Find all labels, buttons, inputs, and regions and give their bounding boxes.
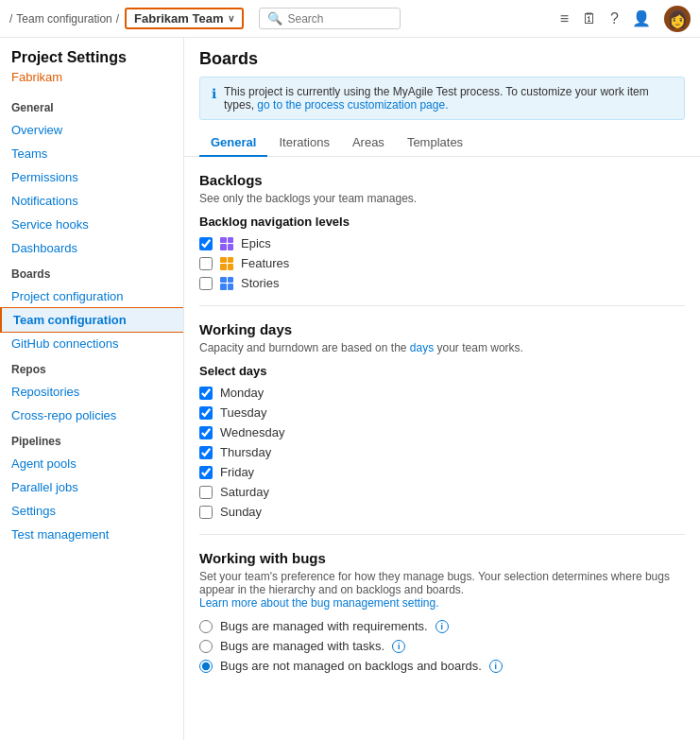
sidebar-section-repos: Repos [0,355,183,380]
day-saturday: Saturday [199,485,685,499]
sidebar-item-repositories[interactable]: Repositories [0,380,183,404]
bugs-desc: Set your team's preference for how they … [199,570,685,610]
sidebar-section-boards: Boards [0,260,183,284]
backlog-nav-levels-title: Backlog navigation levels [199,215,685,229]
info-not-managed-icon[interactable]: i [489,660,503,673]
learn-more-link[interactable]: Learn more about the bug management sett… [199,596,439,610]
day-friday: Friday [199,465,685,479]
day-thursday: Thursday [199,445,685,459]
working-days-desc: Capacity and burndown are based on the d… [199,341,685,354]
monday-label: Monday [220,386,264,400]
info-banner: ℹ This project is currently using the My… [199,77,685,120]
sidebar-item-overview[interactable]: Overview [0,118,183,142]
bugs-section: Working with bugs Set your team's prefer… [199,550,685,673]
tuesday-label: Tuesday [220,405,266,420]
sidebar-project[interactable]: Fabrikam [0,70,183,94]
features-label: Features [241,256,289,270]
nav-icons: ≡ 🗓 ? 👤 👩 [560,6,691,32]
day-sunday: Sunday [199,505,685,519]
sidebar-section-general: General [0,94,183,118]
sidebar: Project Settings Fabrikam General Overvi… [0,38,184,740]
sidebar-section-pipelines: Pipelines [0,427,183,452]
thursday-label: Thursday [220,445,271,459]
avatar[interactable]: 👩 [664,6,691,32]
sidebar-item-settings[interactable]: Settings [0,499,183,523]
search-box[interactable]: 🔍 [259,8,401,29]
sidebar-item-permissions[interactable]: Permissions [0,165,183,189]
epics-icon [220,237,233,250]
bugs-not-managed-label: Bugs are not managed on backlogs and boa… [220,659,482,673]
sidebar-item-service-hooks[interactable]: Service hooks [0,213,183,236]
checkbox-sunday[interactable] [199,506,213,519]
boards-title: Boards [199,49,685,69]
sidebar-item-github-connections[interactable]: GitHub connections [0,332,183,355]
sidebar-item-project-configuration[interactable]: Project configuration [0,284,183,308]
working-days-title: Working days [199,321,685,337]
day-tuesday: Tuesday [199,405,685,420]
breadcrumb: / Team configuration / [9,12,119,26]
wednesday-label: Wednesday [220,425,284,439]
calendar-icon[interactable]: 🗓 [582,10,597,27]
checkbox-tuesday[interactable] [199,406,213,420]
features-icon [220,257,233,270]
divider-2 [199,534,685,535]
days-link[interactable]: days [410,341,434,354]
info-tasks-icon[interactable]: i [392,640,405,653]
backlog-item-stories: Stories [199,276,685,290]
sidebar-item-dashboards[interactable]: Dashboards [0,236,183,260]
main-layout: Project Settings Fabrikam General Overvi… [0,38,700,740]
backlogs-desc: See only the backlogs your team manages. [199,192,685,205]
sidebar-title: Project Settings [0,49,183,70]
info-icon: ℹ [212,86,216,101]
checkbox-saturday[interactable] [199,486,213,499]
tab-areas[interactable]: Areas [341,129,396,157]
working-days-section: Working days Capacity and burndown are b… [199,321,685,519]
saturday-label: Saturday [220,485,269,499]
sidebar-item-parallel-jobs[interactable]: Parallel jobs [0,475,183,499]
team-selector[interactable]: Fabrikam Team ∨ [125,8,243,29]
backlog-item-epics: Epics [199,236,685,250]
checkbox-monday[interactable] [199,387,213,400]
day-wednesday: Wednesday [199,425,685,439]
sidebar-item-team-configuration[interactable]: Team configuration [0,308,183,332]
tab-templates[interactable]: Templates [396,129,474,157]
stories-label: Stories [241,276,279,290]
sidebar-item-notifications[interactable]: Notifications [0,189,183,213]
process-customization-link[interactable]: go to the process customization page. [257,98,448,112]
radio-bugs-not-managed[interactable] [199,660,213,673]
stories-icon [220,277,233,290]
checkbox-features[interactable] [199,257,213,270]
chevron-down-icon: ∨ [228,13,234,24]
tab-iterations[interactable]: Iterations [267,129,340,157]
breadcrumb-sep2: / [116,12,119,26]
search-input[interactable] [288,12,392,26]
person-icon[interactable]: 👤 [632,9,651,27]
checkbox-wednesday[interactable] [199,426,213,439]
sidebar-item-test-management[interactable]: Test management [0,523,183,546]
checkbox-stories[interactable] [199,277,213,290]
backlogs-title: Backlogs [199,172,685,188]
checkbox-epics[interactable] [199,237,213,250]
top-navigation: / Team configuration / Fabrikam Team ∨ 🔍… [0,0,700,38]
bugs-option-tasks: Bugs are managed with tasks. i [199,639,685,653]
boards-header: Boards ℹ This project is currently using… [184,38,700,120]
checkbox-thursday[interactable] [199,446,213,459]
radio-bugs-requirements[interactable] [199,620,213,633]
backlogs-section: Backlogs See only the backlogs your team… [199,172,685,290]
radio-bugs-tasks[interactable] [199,640,213,653]
sidebar-item-cross-repo-policies[interactable]: Cross-repo policies [0,404,183,427]
backlog-item-features: Features [199,256,685,270]
list-icon[interactable]: ≡ [560,10,569,27]
breadcrumb-team-config[interactable]: Team configuration [16,12,111,26]
bugs-option-not-managed: Bugs are not managed on backlogs and boa… [199,659,685,673]
info-requirements-icon[interactable]: i [435,620,449,633]
tab-general[interactable]: General [199,129,267,157]
sunday-label: Sunday [220,505,262,519]
sidebar-item-teams[interactable]: Teams [0,142,183,165]
help-icon[interactable]: ? [610,10,619,27]
friday-label: Friday [220,465,254,479]
bugs-option-requirements: Bugs are managed with requirements. i [199,619,685,633]
sidebar-item-agent-pools[interactable]: Agent pools [0,452,183,475]
checkbox-friday[interactable] [199,466,213,479]
bugs-requirements-label: Bugs are managed with requirements. [220,619,428,633]
